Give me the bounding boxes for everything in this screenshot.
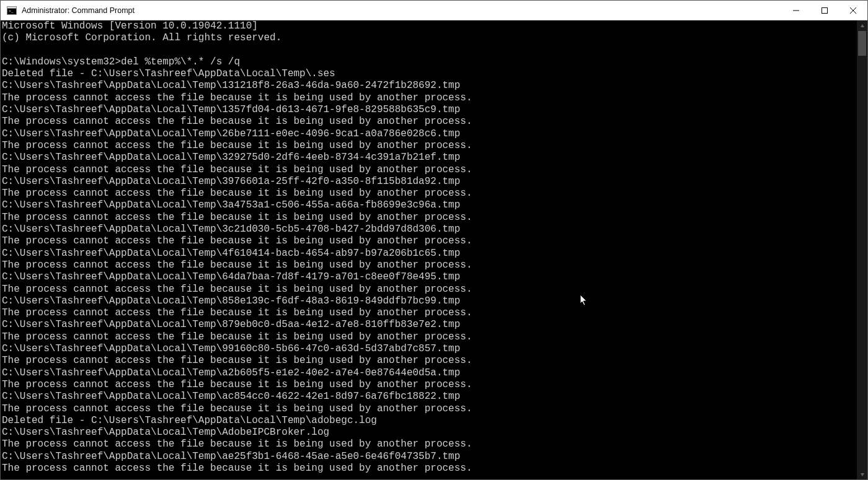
scrollbar-thumb[interactable] [858, 31, 866, 56]
svg-text:>_: >_ [9, 9, 14, 14]
titlebar[interactable]: >_ Administrator: Command Prompt [1, 1, 867, 20]
terminal-output[interactable]: Microsoft Windows [Version 10.0.19042.11… [1, 20, 857, 479]
maximize-button[interactable] [810, 1, 839, 20]
client-area: Microsoft Windows [Version 10.0.19042.11… [1, 20, 867, 479]
minimize-button[interactable] [782, 1, 810, 20]
svg-rect-3 [822, 7, 828, 13]
window-title: Administrator: Command Prompt [22, 6, 135, 15]
command-prompt-window: >_ Administrator: Command Prompt Microso… [0, 0, 868, 480]
svg-marker-5 [861, 473, 864, 476]
scroll-down-arrow-icon[interactable] [857, 469, 867, 479]
cmd-icon: >_ [7, 6, 17, 15]
close-button[interactable] [839, 1, 867, 20]
vertical-scrollbar[interactable] [857, 20, 867, 479]
svg-marker-4 [861, 24, 864, 27]
scroll-up-arrow-icon[interactable] [857, 20, 867, 31]
